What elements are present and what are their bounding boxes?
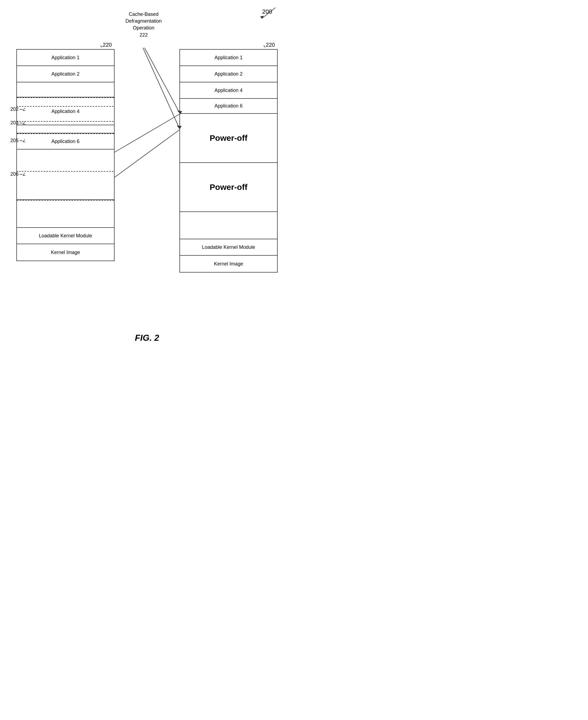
right-kernel-cell: Kernel Image (180, 255, 277, 272)
left-column: ⌞220 Application 1 Application 2 Applica… (16, 49, 114, 261)
right-col-label: ⌞220 (264, 41, 275, 48)
annotation-line3: Operation (125, 24, 162, 32)
right-app6-cell: Application 6 (180, 99, 277, 114)
svg-line-2 (145, 48, 180, 114)
right-app4-cell: Application 4 (180, 82, 277, 99)
left-dashed2-cell: Application 6 (17, 133, 114, 149)
svg-line-0 (262, 8, 275, 19)
svg-line-6 (114, 114, 180, 152)
left-app4-cell: Application 4 (17, 98, 114, 125)
ref-200-arrow (256, 5, 278, 21)
diagram-container: 200 Cache-Based Defragmentation Operatio… (0, 0, 294, 327)
right-poweroff2-cell: Power-off (180, 163, 277, 212)
left-empty2-cell (17, 125, 114, 133)
left-app2-cell: Application 2 (17, 66, 114, 82)
left-empty4-cell (17, 201, 114, 228)
label-205: 205∠ (10, 138, 26, 144)
right-empty1-cell (180, 212, 277, 239)
left-app1-cell: Application 1 (17, 50, 114, 66)
left-kernel-cell: Kernel Image (17, 244, 114, 261)
label-203: 203∠ (10, 120, 26, 126)
label-206: 206∠ (10, 171, 26, 177)
svg-line-4 (143, 48, 180, 129)
top-annotation: Cache-Based Defragmentation Operation 22… (125, 11, 162, 39)
left-col-label: ⌞220 (100, 41, 112, 48)
right-app1-cell: Application 1 (180, 50, 277, 66)
left-lkm-cell: Loadable Kernel Module (17, 228, 114, 244)
annotation-line1: Cache-Based (125, 11, 162, 18)
left-app6-cell: Application 6 (17, 134, 114, 149)
svg-line-7 (114, 129, 180, 177)
annotation-line2: Defragmentation (125, 18, 162, 24)
figure-label: FIG. 2 (0, 327, 294, 346)
right-lkm-cell: Loadable Kernel Module (180, 239, 277, 255)
annotation-ref: 222 (125, 32, 162, 39)
right-app2-cell: Application 2 (180, 66, 277, 82)
right-column: ⌞220 Application 1 Application 2 Applica… (180, 49, 278, 272)
right-poweroff1-cell: Power-off (180, 114, 277, 163)
label-202: 202∠ (10, 106, 26, 112)
left-empty3-cell (17, 149, 114, 200)
left-empty1-cell (17, 82, 114, 97)
